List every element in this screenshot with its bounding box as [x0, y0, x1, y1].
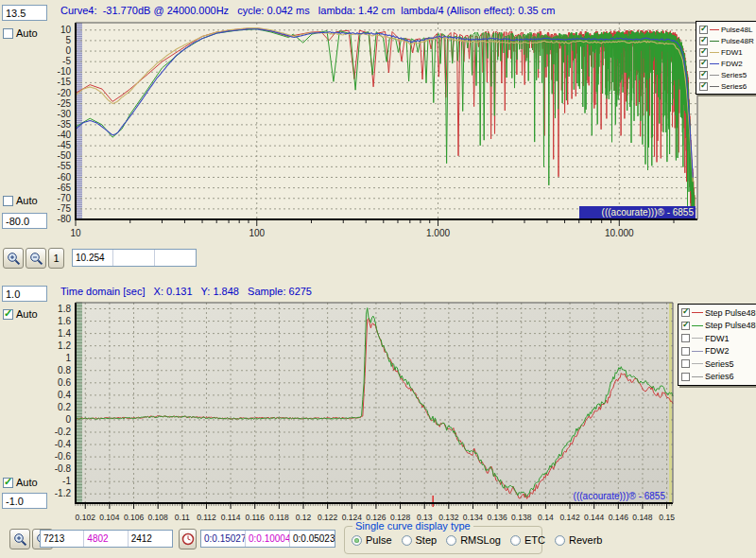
- radio-label: Pulse: [366, 534, 392, 546]
- radio-icon[interactable]: [402, 535, 412, 546]
- value-field[interactable]: 10.254: [73, 250, 113, 266]
- radio-etc[interactable]: ETC: [510, 534, 545, 546]
- legend-checkbox[interactable]: [699, 82, 708, 91]
- svg-text:0.136: 0.136: [487, 513, 507, 522]
- timer-button[interactable]: [179, 529, 197, 549]
- svg-text:0.4: 0.4: [58, 390, 71, 400]
- svg-text:0.142: 0.142: [559, 513, 580, 522]
- legend-item: Step Pulse48R: [681, 320, 756, 333]
- legend-checkbox[interactable]: [681, 347, 690, 356]
- svg-text:-10: -10: [58, 66, 72, 77]
- svg-text:-0.6: -0.6: [55, 451, 72, 462]
- radio-icon[interactable]: [352, 535, 362, 546]
- radio-label: Reverb: [569, 534, 602, 546]
- radio-label: ETC: [524, 534, 545, 546]
- svg-text:10: 10: [70, 228, 81, 238]
- legend-checkbox[interactable]: [681, 322, 690, 330]
- svg-text:0.104: 0.104: [99, 513, 120, 522]
- svg-text:-1.2: -1.2: [55, 488, 72, 498]
- svg-text:10.000: 10.000: [605, 228, 634, 238]
- svg-text:-20: -20: [58, 88, 72, 98]
- zoom-reset-button[interactable]: 1: [48, 248, 64, 269]
- legend-label: Pulse48R: [721, 37, 754, 45]
- svg-text:0.116: 0.116: [245, 513, 265, 522]
- svg-text:1: 1: [65, 353, 71, 363]
- svg-text:1.8: 1.8: [58, 304, 71, 314]
- radio-icon[interactable]: [510, 535, 521, 546]
- svg-text:0.12: 0.12: [296, 513, 312, 522]
- legend-item: FDW2: [681, 345, 756, 358]
- svg-text:-0.4: -0.4: [55, 439, 72, 449]
- sample-field[interactable]: 4802: [84, 531, 128, 547]
- svg-text:-55: -55: [58, 161, 72, 171]
- group-caption: Single curve display type: [352, 520, 473, 532]
- zoom-in-button[interactable]: [9, 529, 30, 549]
- value-field[interactable]: [113, 250, 154, 266]
- time-fields[interactable]: 0:0.15027 0:0.10004 0:0.05023: [200, 530, 335, 548]
- mid-toolbar: 1: [3, 248, 64, 269]
- svg-text:1.000: 1.000: [426, 228, 450, 238]
- top-chart-legend: Pulse48LPulse48RFDW1FDW2Series5Series6: [696, 21, 756, 95]
- time-domain-chart[interactable]: 1.81.61.41.210.80.60.40.20-0.2-0.4-0.6-0…: [0, 295, 701, 528]
- legend-line-icon: [692, 312, 703, 313]
- legend-item: FDW2: [699, 58, 756, 69]
- legend-line-icon: [692, 351, 703, 352]
- svg-text:0: 0: [65, 45, 71, 56]
- frequency-response-chart[interactable]: 1050-5-10-15-20-25-30-35-40-45-50-55-60-…: [0, 15, 701, 252]
- legend-checkbox[interactable]: [681, 359, 690, 368]
- svg-text:0.2: 0.2: [58, 402, 71, 412]
- svg-text:0.11: 0.11: [175, 513, 190, 522]
- legend-item: Pulse48R: [699, 35, 756, 46]
- legend-item: Series5: [681, 357, 756, 371]
- svg-text:0.6: 0.6: [58, 377, 71, 388]
- radio-label: Step: [416, 534, 438, 546]
- sample-fields[interactable]: 7213 4802 2412: [40, 530, 173, 548]
- legend-checkbox[interactable]: [681, 308, 690, 317]
- radio-icon[interactable]: [446, 535, 456, 546]
- legend-item: FDW1: [699, 46, 756, 58]
- legend-checkbox[interactable]: [681, 373, 690, 381]
- sample-field[interactable]: 2412: [129, 531, 172, 547]
- legend-checkbox[interactable]: [699, 48, 708, 57]
- legend-checkbox[interactable]: [681, 334, 690, 342]
- svg-text:100: 100: [249, 228, 265, 238]
- svg-text:0.114: 0.114: [221, 513, 241, 522]
- svg-text:1.6: 1.6: [58, 316, 71, 326]
- legend-checkbox[interactable]: [699, 37, 708, 45]
- radio-reverb[interactable]: Reverb: [555, 534, 602, 546]
- radio-icon[interactable]: [555, 535, 565, 546]
- svg-text:-80: -80: [58, 214, 72, 224]
- legend-checkbox[interactable]: [699, 71, 708, 79]
- legend-label: Series6: [721, 82, 747, 91]
- radio-rmslog[interactable]: RMSLog: [446, 534, 501, 546]
- legend-checkbox[interactable]: [699, 26, 708, 34]
- clock-icon: [181, 532, 195, 546]
- time-field[interactable]: 0:0.10004: [246, 531, 290, 547]
- svg-text:-60: -60: [58, 172, 72, 183]
- value-field[interactable]: [155, 250, 196, 266]
- legend-label: Step Pulse48R: [705, 321, 756, 330]
- radio-label: RMSLog: [460, 534, 501, 546]
- svg-text:(((acourate)))® - 6855: (((acourate)))® - 6855: [602, 207, 695, 218]
- radio-step[interactable]: Step: [402, 534, 438, 546]
- svg-text:0.144: 0.144: [584, 513, 605, 522]
- acourate-window: { "colors":{"header_blue":"#0000c8","mag…: [0, 0, 756, 558]
- legend-checkbox[interactable]: [699, 60, 708, 68]
- svg-text:-15: -15: [58, 77, 72, 87]
- time-field[interactable]: 0:0.15027: [201, 531, 246, 547]
- svg-text:-70: -70: [58, 193, 72, 203]
- svg-text:0: 0: [65, 414, 71, 425]
- zoom-out-button[interactable]: [26, 248, 46, 269]
- legend-label: Series5: [721, 71, 747, 79]
- svg-text:-25: -25: [58, 98, 72, 109]
- svg-text:0.8: 0.8: [58, 365, 71, 375]
- sample-field[interactable]: 7213: [41, 531, 84, 547]
- time-field[interactable]: 0:0.05023: [290, 531, 335, 547]
- legend-label: FDW1: [705, 334, 730, 343]
- legend-line-icon: [710, 86, 719, 87]
- radio-pulse[interactable]: Pulse: [352, 534, 392, 546]
- zoom-out-icon: [29, 252, 43, 266]
- zoom-in-button[interactable]: [3, 248, 24, 269]
- legend-label: FDW2: [721, 60, 743, 68]
- mid-value-fields[interactable]: 10.254: [72, 249, 197, 267]
